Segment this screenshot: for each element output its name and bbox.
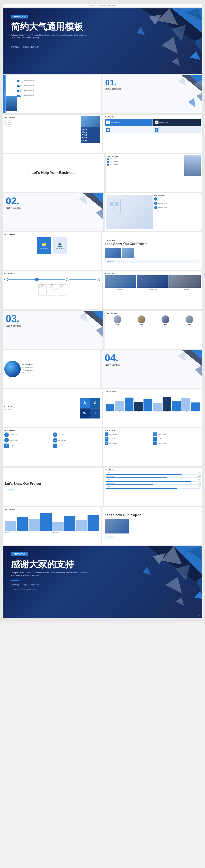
legend-text-2: Series B (55, 532, 59, 533)
section01-num: 01. (105, 79, 121, 87)
slide-circles-grid: Your Title Name ○ Your Title Name G Your… (3, 428, 102, 466)
row-11: Let's Show Our Project Learn More Your T… (3, 468, 202, 505)
final-show-img (105, 519, 129, 533)
prog-label-4: Your Title Name50% (106, 483, 201, 484)
prog-item-5: Your Title Name75% (106, 486, 201, 489)
star-1-5: ★ (120, 325, 121, 327)
icons-list-title: Your Title Name (154, 195, 201, 196)
dot-text-3: Your Title Name (110, 164, 118, 165)
item-text-1: 请输入你的标题 (24, 80, 99, 82)
fi-text-3: Your Title Name (109, 438, 117, 439)
swot-text: Your Title Name Your Title Name (4, 406, 78, 410)
icon-cell-3-text: Your Title Name (111, 129, 119, 131)
prog-label-1: Your Title Name80% (106, 472, 201, 473)
show-our-btn[interactable]: Learn More (5, 488, 15, 491)
dots-title: Your Title Name (107, 155, 183, 157)
star-1-3: ★ (117, 325, 118, 327)
clip-2-pin (51, 284, 53, 286)
cg-icon-3: ✗ (4, 438, 9, 442)
thank-nav: 述职报告 / 计划总结 / 商业计划 (11, 583, 194, 586)
dot-text-1: Your Title Name (110, 158, 118, 159)
sphere-icon-3: ☎ (22, 372, 24, 374)
clip-1: Your Title Name (38, 284, 46, 296)
dot-text-2: Your Title Name (110, 161, 118, 162)
slide-feature-grid: Your Title Name ○ Your Title Name □ Your… (103, 428, 202, 466)
item-text-4: 请输入你的标题 (24, 94, 99, 97)
row-2: Your Title Name Your Title Name Your Tit… (3, 115, 202, 153)
avatar-1 (113, 315, 122, 323)
sphere-item-2-text: Your Title Name (24, 370, 33, 371)
slide-number: 175116 (196, 615, 200, 616)
bar-2 (115, 401, 124, 411)
show-img-2 (122, 248, 134, 258)
bld-label-1: Your Title Name (105, 289, 136, 290)
building-img-right (184, 155, 201, 176)
slide-file-cards: Your Title Name 📁 Your Title Name 💻 Your… (3, 232, 101, 270)
prog-bar-fill-5 (106, 488, 177, 489)
item-num-3: 03. (17, 89, 23, 93)
person-1-stars: ★ ★ ★ ★ ★ (114, 325, 121, 327)
feature-grid-title: Your Title Name (105, 430, 201, 431)
item-text-3: 请输入你的标题 (24, 89, 99, 92)
slide-swot: Your Title Name Your Title Name S O W T (3, 389, 102, 427)
icon-r1: ○ (154, 197, 158, 200)
lb-2 (16, 517, 28, 531)
prog-bar-bg-5 (106, 488, 201, 489)
fi-1: ○ Your Title Name (105, 432, 152, 436)
bar-lbl-2: 2016 (114, 411, 123, 412)
svg-rect-22 (110, 202, 113, 206)
star-3-4: ★ (167, 325, 168, 327)
thank-inner: BUSINESS 感谢大家的支持 Colorport Studio Provid… (3, 546, 202, 596)
swot-grid: S O W T (80, 398, 100, 418)
fi-icon-3: ✗ (105, 437, 108, 441)
tl-1: 1 (4, 278, 8, 281)
cg-icon-4: ◇ (53, 438, 58, 442)
slide-dots-list: Your Title Name Your Title Name Your Tit… (106, 154, 202, 192)
item-text-2: 请输入你的标题 (24, 84, 99, 87)
person-4-name: Miles (188, 323, 191, 325)
icon-sym-2: ✓ (155, 121, 159, 124)
person-3-stars: ★ ★ ★ ★ ★ (162, 325, 169, 327)
slide-section03: 03. 请输入你的标题 (3, 311, 103, 349)
section04-deco (161, 350, 202, 388)
building-image (6, 96, 17, 111)
slide1-subtitle: Colorport Studio Provide You With Minima… (11, 34, 93, 39)
cg-icon-1: ○ (4, 432, 9, 437)
legend-color-1 (4, 532, 6, 533)
file-card-1-label: Your Title Name (40, 248, 47, 249)
avatar-2 (138, 315, 145, 323)
svg-marker-19 (79, 194, 87, 204)
lb-5 (52, 522, 64, 531)
cg-text-1: Your Title Name (10, 434, 18, 435)
tl-2: 2 (35, 278, 39, 281)
list-item-1: 01. 请输入你的标题 (17, 80, 99, 83)
avatar-3 (162, 315, 169, 323)
star-4-4: ★ (191, 325, 192, 327)
sphere-list-title: Your Title Name (22, 364, 99, 366)
person-2: Mike ★ ★ ★ ★ ★ (130, 315, 152, 327)
bc-legend-1: Series A (4, 532, 51, 533)
copyright-text: Copyright © https//www.pptstore.net (90, 4, 115, 6)
help-text-overlay: Let'sHelpYourBusiness (81, 127, 100, 143)
prog-bar-bg-4 (106, 485, 201, 485)
bar-lbl-6: 2020 (153, 411, 162, 412)
sphere (4, 361, 21, 377)
clip-1-pin (41, 284, 43, 286)
dot-1 (107, 158, 109, 160)
row-5: Your Title Name 📁 Your Title Name 💻 Your… (3, 232, 202, 270)
person-3-name: Miles (164, 323, 167, 325)
slide-buildings-row: Your Title Name Your Title Name Your Tit… (103, 272, 202, 309)
icon-r2-text: Your Title Name (158, 203, 167, 204)
file-cards-row: 📁 Your Title Name 💻 Your Title Name (4, 237, 99, 254)
show-btn[interactable]: Learn More (105, 260, 200, 263)
svg-marker-32 (96, 326, 103, 337)
tl-line-2 (39, 279, 65, 280)
row-12: Your Title Name Series A (3, 507, 202, 545)
prog-bar-fill-2 (106, 477, 168, 478)
fi-icon-6: ♦ (153, 441, 157, 445)
icon-item-r1: ○ Your Title Name (154, 197, 201, 200)
section01-deco-svg (161, 75, 202, 113)
help-body-2: Your Title Name (4, 122, 79, 123)
final-show-btn[interactable]: Learn More (105, 535, 115, 538)
circles-grid-2: W Your Title Name T Your Title Name (4, 443, 100, 448)
